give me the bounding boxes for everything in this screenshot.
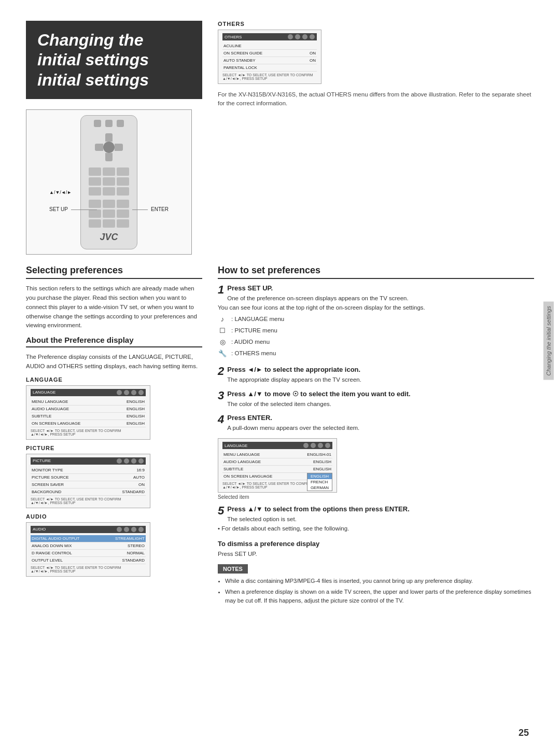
- picture-screen: PICTURE MONITOR TYPE16:9 PICTURE SOURCEA…: [26, 454, 150, 508]
- remote-body: JVC: [80, 115, 137, 249]
- audio-menu-label: : AUDIO menu: [231, 338, 270, 347]
- audio-menu-icon: ◎: [218, 338, 227, 347]
- side-label: Changing the initial settings: [543, 302, 554, 380]
- step-1: 1 Press SET UP. One of the preference on…: [218, 284, 534, 360]
- others-menu-icon: 🔧: [218, 349, 227, 358]
- dropdown-french: FRENCH: [307, 479, 332, 485]
- others-screen: OTHERS ACULINE ON SCREEN GUIDEON AUTO ST…: [218, 30, 321, 84]
- language-menu-icon: ♪: [218, 315, 227, 324]
- about-preference-heading: About the Preference display: [26, 336, 202, 347]
- dropdown-german: GERMAN: [307, 485, 332, 491]
- others-screen-title: OTHERS: [225, 35, 242, 39]
- step-4-body: A pull-down menu appears over the select…: [218, 424, 534, 433]
- title-box: Changing the initial settingsinitial set…: [26, 21, 202, 99]
- notes-list: While a disc containing MP3/MPEG-4 files…: [218, 577, 534, 605]
- step-5: 5 Press ▲/▼ to select from the options t…: [218, 505, 534, 534]
- enter-label: ENTER: [151, 206, 169, 212]
- step-5-title: Press ▲/▼ to select from the options the…: [227, 505, 410, 513]
- step-2-body: The appropriate display appears on the T…: [218, 375, 534, 385]
- step-4: 4 Press ENTER. A pull-down menu appears …: [218, 414, 534, 433]
- step-3-title: Press ▲/▼ to move ☉ to select the item y…: [227, 390, 410, 398]
- icon-picture: ☐ : PICTURE menu: [218, 326, 534, 336]
- brand-label: JVC: [100, 232, 118, 243]
- language-label: LANGUAGE: [26, 376, 202, 383]
- notes-section: NOTES While a disc containing MP3/MPEG-4…: [218, 564, 534, 605]
- intro-text: For the XV-N315B/XV-N316S, the actual OT…: [218, 90, 534, 108]
- others-label: OTHERS: [218, 21, 534, 27]
- icon-language: ♪ : LANGUAGE menu: [218, 315, 534, 324]
- language-menu-label: : LANGUAGE menu: [231, 315, 284, 324]
- dpad-label: ▲/▼/◄/►: [49, 190, 72, 195]
- about-preference-body: The Preference display consists of the L…: [26, 353, 202, 371]
- notes-label: NOTES: [218, 564, 248, 574]
- dismiss-body: Press SET UP.: [218, 550, 534, 559]
- step-3: 3 Press ▲/▼ to move ☉ to select the item…: [218, 390, 534, 409]
- selecting-preferences-heading: Selecting preferences: [26, 265, 202, 279]
- picture-label: PICTURE: [26, 445, 202, 451]
- language-screen: LANGUAGE MENU LANGUAGEENGLISH AUDIO LANG…: [26, 385, 150, 440]
- step-1-title: Press SET UP.: [227, 284, 273, 292]
- step-1-body: One of the preference on-screen displays…: [218, 294, 534, 358]
- setup-label: SET UP: [49, 206, 68, 212]
- audio-label: AUDIO: [26, 513, 202, 520]
- dropdown-english: ENGLISH: [307, 473, 332, 479]
- dismiss-title: To dismiss a preference display: [218, 540, 534, 548]
- page-title: Changing the initial settingsinitial set…: [37, 30, 191, 90]
- remote-image: JVC ▲/▼/◄/► SET UP ENTER: [26, 109, 192, 255]
- icon-others: 🔧 : OTHERS menu: [218, 349, 534, 358]
- step-2-title: Press ◄/► to select the appropriate icon…: [227, 366, 360, 373]
- selecting-preferences-body: This section refers to the settings whic…: [26, 284, 202, 330]
- note-item-1: While a disc containing MP3/MPEG-4 files…: [225, 577, 534, 585]
- note-item-2: When a preference display is shown on a …: [225, 588, 534, 605]
- picture-menu-label: : PICTURE menu: [231, 326, 277, 336]
- remote-dpad: [95, 133, 123, 161]
- step4-screen-container: LANGUAGE MENU LANGUAGEENGLISH-01 AUDIO L…: [218, 438, 534, 500]
- step-4-title: Press ENTER.: [227, 414, 272, 422]
- others-screen-footer: SELECT ◄/► TO SELECT, USE ENTER TO CONFI…: [222, 73, 317, 80]
- picture-menu-icon: ☐: [218, 326, 227, 336]
- selected-item-label: Selected item: [218, 494, 534, 500]
- step-2: 2 Press ◄/► to select the appropriate ic…: [218, 366, 534, 385]
- step-3-body: The color of the selected item changes.: [218, 400, 534, 409]
- audio-screen: AUDIO DIGITAL AUDIO OUTPUTSTREAMLIGHT AN…: [26, 522, 150, 577]
- how-to-set-heading: How to set preferences: [218, 265, 534, 279]
- step4-screen: LANGUAGE MENU LANGUAGEENGLISH-01 AUDIO L…: [218, 438, 337, 493]
- dismiss-section: To dismiss a preference display Press SE…: [218, 540, 534, 559]
- others-section: OTHERS OTHERS ACULINE ON SCREEN GUIDEON …: [218, 21, 534, 84]
- step-5-body: The selected option is set. • For detail…: [218, 515, 534, 534]
- page-number: 25: [519, 728, 529, 738]
- icon-audio: ◎ : AUDIO menu: [218, 338, 534, 347]
- others-menu-label: : OTHERS menu: [231, 349, 276, 358]
